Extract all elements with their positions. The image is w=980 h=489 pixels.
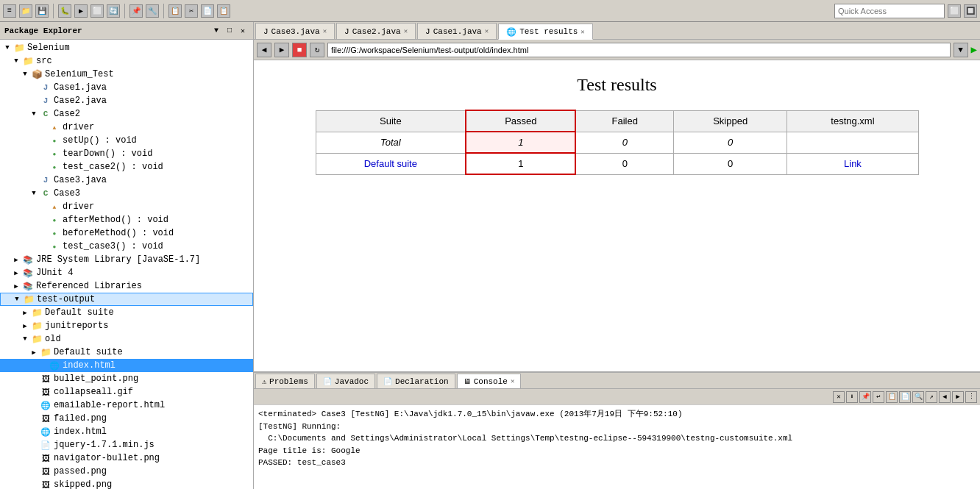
tree-item-old[interactable]: ▼📁old (0, 332, 253, 346)
failed-cell-1: 0 (575, 153, 673, 174)
toolbar-icon-15[interactable]: 🔲 (964, 4, 977, 18)
total-row: Total100 (316, 132, 918, 153)
tree-item-case2_class[interactable]: ▼CCase2 (0, 107, 253, 121)
console-scroll-btn[interactable]: ⬇ (846, 391, 858, 403)
tree-item-navigator[interactable]: 🖼navigator-bullet.png (0, 451, 253, 465)
tree-item-default_suite[interactable]: ▶📁Default suite (0, 306, 253, 319)
quick-access-input[interactable] (834, 4, 945, 18)
tab-case3.java[interactable]: JCase3.java✕ (255, 23, 335, 39)
tab-close-case1.java[interactable]: ✕ (485, 27, 489, 35)
tree-item-bullet_point[interactable]: 🖼bullet_point.png (0, 372, 253, 385)
go-button[interactable]: ▶ (971, 43, 977, 56)
tree-item-driver[interactable]: ▲driver (0, 121, 253, 134)
console-filter-btn[interactable]: 🔍 (912, 391, 924, 403)
tree-item-junitreports[interactable]: ▶📁junitreports (0, 319, 253, 332)
url-bar[interactable] (327, 43, 951, 57)
tab-close-test-results[interactable]: ✕ (580, 28, 584, 36)
tree-item-selenium_test[interactable]: ▼📦Selenium_Test (0, 68, 253, 81)
tab-close-case3.java[interactable]: ✕ (323, 27, 327, 35)
tree-item-skipped[interactable]: 🖼skipped.png (0, 478, 253, 489)
toolbar-icon-9[interactable]: 🔧 (146, 4, 159, 18)
toolbar-icon-2[interactable]: 📁 (19, 4, 32, 18)
tree-item-default_suite2[interactable]: ▶📁Default suite (0, 346, 253, 359)
tree-item-teardown[interactable]: ●tearDown() : void (0, 147, 253, 160)
tree-item-driver3[interactable]: ▲driver (0, 200, 253, 213)
tab-case2.java[interactable]: JCase2.java✕ (336, 23, 416, 39)
tree-item-index2[interactable]: 🌐index.html (0, 425, 253, 438)
left-panel: Package Explorer ▼ □ ✕ ▼📁Selenium▼📁src▼📦… (0, 22, 254, 489)
bottom-tab-console[interactable]: 🖥Console✕ (457, 374, 522, 388)
tab-close-case2.java[interactable]: ✕ (404, 27, 408, 35)
tree-item-case3[interactable]: JCase3.java (0, 174, 253, 187)
close-console-btn[interactable]: ✕ (511, 377, 514, 385)
back-button[interactable]: ◀ (257, 43, 271, 57)
toolbar-icon-5[interactable]: ▶ (74, 4, 88, 18)
tree-item-junit[interactable]: ▶📚JUnit 4 (0, 266, 253, 279)
data-row-1: Default suite100Link (316, 153, 918, 174)
console-menu-btn[interactable]: ⋮ (965, 391, 977, 403)
toolbar-icon-7[interactable]: 🔄 (107, 4, 120, 18)
url-dropdown-icon[interactable]: ▼ (954, 43, 968, 57)
console-toolbar: ✕ ⬇ 📌 ↩ 📋 📄 🔍 ↗ ◀ ▶ ⋮ (254, 389, 980, 405)
content-area: Test results Suite Passed Failed Skipped… (254, 60, 980, 371)
console-clear-btn[interactable]: ✕ (833, 391, 845, 403)
toolbar-icon-6[interactable]: ⬜ (90, 4, 104, 18)
tree-item-test_case2[interactable]: ●test_case2() : void (0, 160, 253, 174)
separator-2 (124, 4, 125, 18)
panel-header: Package Explorer ▼ □ ✕ (0, 22, 253, 40)
console-open-btn[interactable]: ↗ (926, 391, 937, 403)
test-results-title: Test results (269, 75, 965, 95)
tree-item-case3_class[interactable]: ▼CCase3 (0, 187, 253, 200)
close-panel-icon[interactable]: ✕ (237, 25, 249, 37)
tree-item-aftermethod[interactable]: ●afterMethod() : void (0, 213, 253, 226)
tree-item-passed[interactable]: 🖼passed.png (0, 465, 253, 478)
tree-item-case1[interactable]: JCase1.java (0, 81, 253, 94)
tree-item-ref_libs[interactable]: ▶📚Referenced Libraries (0, 279, 253, 293)
forward-button[interactable]: ▶ (274, 43, 289, 57)
col-testng: testng.xml (787, 110, 918, 132)
toolbar-icon-3[interactable]: 💾 (35, 4, 49, 18)
toolbar-icon-13[interactable]: 📋 (217, 4, 230, 18)
bottom-tab-javadoc[interactable]: 📄Javadoc (316, 374, 375, 388)
tree-item-index_html[interactable]: 🌐index.html (0, 359, 253, 372)
tree-item-test_output[interactable]: ▼📁test-output (0, 293, 253, 306)
tree-item-jre[interactable]: ▶📚JRE System Library [JavaSE-1.7] (0, 253, 253, 266)
tree-item-setup[interactable]: ●setUp() : void (0, 134, 253, 147)
toolbar-icon-10[interactable]: 📋 (168, 4, 182, 18)
package-explorer-tree: ▼📁Selenium▼📁src▼📦Selenium_Test JCase1.ja… (0, 40, 253, 489)
bottom-tab-declaration[interactable]: 📄Declaration (377, 374, 455, 388)
tree-item-failed[interactable]: 🖼failed.png (0, 412, 253, 425)
bottom-tab-problems[interactable]: ⚠Problems (255, 374, 315, 388)
console-paste-btn[interactable]: 📄 (899, 391, 911, 403)
console-wrap-btn[interactable]: ↩ (873, 391, 884, 403)
toolbar-icon-11[interactable]: ✂ (185, 4, 198, 18)
maximize-icon[interactable]: □ (224, 25, 235, 37)
toolbar-icon-4[interactable]: 🐛 (58, 4, 71, 18)
toolbar-icon-14[interactable]: ⬜ (948, 4, 961, 18)
tab-test-results[interactable]: 🌐Test results✕ (498, 24, 593, 40)
console-pin-btn[interactable]: 📌 (859, 391, 871, 403)
testng-cell-1[interactable]: Link (787, 153, 918, 174)
tab-case1.java[interactable]: JCase1.java✕ (417, 23, 497, 39)
console-expand-btn[interactable]: ▶ (952, 391, 964, 403)
tree-item-case2[interactable]: JCase2.java (0, 94, 253, 107)
bottom-tab-bar: ⚠Problems📄Javadoc📄Declaration🖥Console✕ (254, 373, 980, 389)
stop-button[interactable]: ■ (292, 43, 307, 57)
suite-cell-0: Total (316, 132, 466, 153)
toolbar-icon-12[interactable]: 📄 (201, 4, 214, 18)
tree-item-emailable[interactable]: 🌐emailable-report.html (0, 399, 253, 412)
tree-item-src[interactable]: ▼📁src (0, 54, 253, 68)
toolbar-icon-1[interactable]: ≡ (3, 4, 16, 18)
console-copy-btn[interactable]: 📋 (886, 391, 898, 403)
refresh-button[interactable]: ↻ (310, 43, 324, 57)
tree-item-selenium[interactable]: ▼📁Selenium (0, 41, 253, 54)
toolbar-icon-8[interactable]: 📌 (129, 4, 143, 18)
tree-item-collapseall[interactable]: 🖼collapseall.gif (0, 385, 253, 399)
tree-item-beforemethod[interactable]: ●beforeMethod() : void (0, 226, 253, 240)
tree-item-jquery[interactable]: 📄jquery-1.7.1.min.js (0, 438, 253, 451)
editor-tab-bar: JCase3.java✕JCase2.java✕JCase1.java✕🌐Tes… (254, 22, 980, 40)
passed-cell-0: 1 (466, 132, 575, 153)
minimize-icon[interactable]: ▼ (210, 25, 222, 37)
tree-item-test_case3[interactable]: ●test_case3() : void (0, 240, 253, 253)
console-collapse-btn[interactable]: ◀ (939, 391, 951, 403)
